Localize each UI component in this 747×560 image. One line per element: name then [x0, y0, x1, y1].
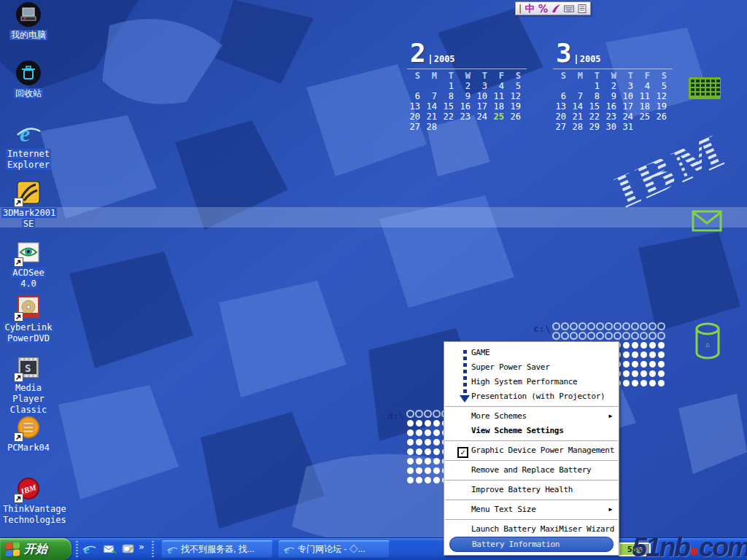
ime-menu-icon[interactable] — [577, 4, 587, 14]
desktop-icon-我的电脑[interactable]: 我的电脑 — [1, 1, 55, 41]
desktop-icon-cyberlink-powerdvd[interactable]: CyberLink PowerDVD — [1, 294, 55, 344]
desktop-icon-acdsee-4-0[interactable]: ACDSee 4.0 — [1, 239, 55, 289]
calendar-day — [407, 81, 424, 91]
disk-free-dot — [587, 322, 595, 330]
desktop-icon-pcmark04[interactable]: PCMark04 — [1, 414, 55, 454]
calendar-day: 22 — [587, 112, 603, 122]
disk-free-dot — [649, 322, 657, 330]
shortcut-arrow-icon — [14, 494, 23, 503]
disk-free-dot — [578, 332, 587, 340]
menu-item-game[interactable]: GAME — [444, 346, 619, 360]
disk-used-dot — [416, 420, 422, 427]
menu-item-presentation-with-projector-[interactable]: Presentation (with Projector) — [444, 389, 619, 404]
disk-used-dot — [658, 361, 665, 368]
ime-brush-icon[interactable] — [551, 4, 561, 14]
calendar-month-3: 32005SMTWTFS1234567891011121314151617181… — [553, 39, 673, 132]
calendar-day: 1 — [587, 81, 603, 91]
menu-item-graphic-device-power-management[interactable]: ✓Graphic Device Power Management — [444, 443, 619, 458]
svg-text:e: e — [84, 542, 90, 556]
calendar-day-header: F — [637, 71, 654, 81]
calendar-day: 15 — [587, 101, 603, 112]
my-computer-icon — [15, 1, 42, 28]
ie-icon: e — [283, 544, 295, 556]
calendar-day-header: S — [407, 71, 424, 81]
battery-cylinder-icon: △ — [694, 322, 721, 360]
desktop-icon-thinkvantage-technologies[interactable]: IBMThinkVantage Technologies — [1, 475, 55, 526]
disk-used-dot — [433, 429, 440, 436]
desktop-icon-label: ACDSee 4.0 — [1, 268, 55, 289]
ime-punctuation-icon[interactable] — [538, 4, 548, 14]
menu-item-super-power-saver[interactable]: Super Power Saver — [444, 360, 619, 375]
disk-used-dot — [640, 361, 647, 368]
desktop-icon-label: ThinkVantage Technologies — [1, 504, 55, 526]
envelope-icon — [692, 210, 722, 232]
show-desktop-icon[interactable] — [121, 542, 136, 556]
desktop-icon-3dmark2001-se[interactable]: 3DMark2001 SE — [1, 179, 55, 230]
acdsee-icon — [15, 239, 42, 265]
disk-used-dot — [425, 458, 431, 464]
disk-used-dot — [623, 342, 630, 349]
calendar-year: 2005 — [430, 55, 455, 64]
desktop-icon-media-player-classic[interactable]: SMedia Player Classic — [1, 354, 55, 416]
disk-used-dot — [425, 439, 431, 446]
disk-used-dot — [649, 351, 656, 358]
disk-used-dot — [640, 380, 647, 386]
ime-keyboard-icon[interactable] — [564, 4, 574, 14]
disk-used-dot — [416, 477, 422, 483]
calendar-month-2: 22005SMTWTFS1234567891011121314151617181… — [407, 39, 527, 132]
disk-free-dot — [605, 322, 613, 330]
calendar-day: 5 — [654, 81, 670, 91]
ie-icon: e — [166, 544, 178, 556]
outlook-express-icon[interactable] — [102, 542, 117, 556]
51nb-watermark: 51nbcom — [632, 532, 747, 560]
calendar-day — [654, 122, 670, 132]
start-button[interactable]: 开始 — [0, 538, 71, 560]
menu-item-more-schemes[interactable]: More Schemes▶ — [444, 409, 619, 424]
task-button-2[interactable]: e专门网论坛 - ◇... — [279, 540, 390, 559]
menu-item-battery-information[interactable]: Battery Information — [449, 537, 614, 552]
menu-item-launch-battery-maximiser-wizard[interactable]: Launch Battery MaxiMiser Wizard — [444, 522, 619, 537]
calendar-day-header: T — [441, 71, 457, 81]
ie-icon[interactable]: e — [82, 542, 96, 556]
disk-used-dot — [425, 448, 431, 455]
task-button-title: 专门网论坛 - ◇... — [298, 543, 365, 556]
disk-free-dot — [631, 322, 639, 330]
disk-free-dot — [552, 322, 560, 330]
disk-used-dot — [632, 351, 638, 358]
disk-used-dot — [416, 429, 422, 436]
disk-used-dot — [416, 467, 422, 474]
taskband-handle[interactable] — [152, 541, 154, 557]
disk-free-dot — [424, 410, 432, 418]
calendar-day: 26 — [654, 112, 670, 122]
menu-item-menu-text-size[interactable]: Menu Text Size▶ — [444, 502, 619, 517]
ime-language-bar[interactable]: | 中 — [515, 1, 591, 15]
desktop-icon-回收站[interactable]: 回收站 — [1, 60, 55, 99]
quick-launch-overflow-chevron[interactable]: » — [139, 541, 144, 552]
disk-used-dot — [407, 420, 414, 427]
disk-free-dot — [614, 322, 622, 330]
ime-chinese-mode-button[interactable]: 中 — [525, 4, 535, 14]
menu-item-remove-and-replace-battery[interactable]: Remove and Replace Battery — [444, 463, 619, 478]
calendar-day: 30 — [603, 122, 620, 132]
disk-used-dot — [433, 420, 440, 427]
menu-item-high-system-performance[interactable]: High System Performance — [444, 375, 619, 389]
menu-item-view-scheme-settings[interactable]: View Scheme Settings — [444, 424, 619, 438]
disk-used-dot — [649, 370, 656, 377]
watermark-suffix: com — [699, 532, 747, 560]
disk-used-dot — [407, 477, 414, 483]
calendar-day: 15 — [441, 101, 457, 112]
menu-group: Improve Battery Health — [444, 482, 619, 498]
mpc-icon: S — [15, 354, 42, 381]
calendar-day: 28 — [424, 122, 441, 132]
checkbox-checked-icon: ✓ — [457, 447, 468, 458]
calendar-day: 24 — [620, 112, 637, 122]
desktop-icon-label: 我的电脑 — [1, 30, 55, 41]
calendar-day: 17 — [474, 101, 491, 112]
disk-used-dot — [649, 380, 656, 386]
desktop-icon-internet-explorer[interactable]: eInternet Explorer — [1, 120, 55, 171]
menu-item-improve-battery-health[interactable]: Improve Battery Health — [444, 483, 619, 497]
task-button-1[interactable]: e找不到服务器, 找... — [162, 540, 273, 559]
calendar-day: 3 — [474, 81, 491, 91]
quick-launch-handle[interactable] — [76, 541, 78, 557]
calendar-title: 22005 — [410, 39, 527, 64]
